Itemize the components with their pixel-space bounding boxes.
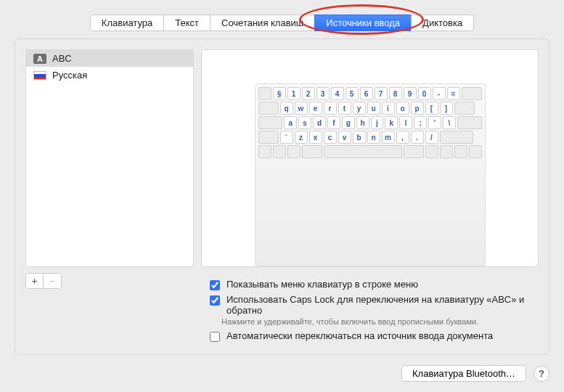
key: z — [295, 131, 308, 144]
ru-flag-icon — [33, 71, 46, 80]
key: 8 — [389, 87, 402, 100]
key: § — [273, 87, 286, 100]
tab-segment: Клавиатура Текст Сочетания клавиш Источн… — [90, 15, 474, 31]
help-button[interactable]: ? — [534, 366, 549, 382]
key: w — [295, 102, 308, 115]
options-group: Показывать меню клавиатур в строке меню … — [207, 279, 539, 344]
key: - — [433, 87, 446, 100]
key: b — [353, 131, 366, 144]
mini-keyboard: §1234567890-= qwertyuiop[] asdfghjkl;'\ … — [255, 83, 486, 266]
key: ` — [280, 131, 293, 144]
key: m — [382, 131, 395, 144]
key: = — [447, 87, 460, 100]
key: p — [411, 102, 424, 115]
key: u — [367, 102, 380, 115]
key: q — [280, 102, 293, 115]
source-item-abc[interactable]: A ABC — [26, 50, 193, 67]
option-auto-switch[interactable]: Автоматически переключаться на источник … — [207, 330, 539, 344]
key: g — [342, 116, 355, 129]
bottom-bar: Клавиатура Bluetooth… ? — [401, 365, 549, 382]
auto-switch-checkbox[interactable] — [210, 332, 220, 342]
key: k — [385, 116, 398, 129]
key: v — [338, 131, 351, 144]
tab-input-sources[interactable]: Источники ввода — [314, 15, 411, 31]
show-menu-label: Показывать меню клавиатур в строке меню — [226, 279, 418, 290]
auto-switch-label: Автоматически переключаться на источник … — [226, 330, 493, 341]
key: s — [298, 116, 311, 129]
key: . — [411, 131, 424, 144]
key: , — [396, 131, 409, 144]
key: \ — [443, 116, 456, 129]
key: e — [309, 102, 322, 115]
option-show-menu[interactable]: Показывать меню клавиатур в строке меню — [207, 279, 539, 293]
main-panel: A ABC Русская §1234567890-= qwertyuiop[]… — [15, 38, 549, 355]
input-source-list[interactable]: A ABC Русская — [25, 49, 194, 267]
key: o — [396, 102, 409, 115]
source-item-ru[interactable]: Русская — [26, 67, 193, 83]
source-label: Русская — [52, 70, 87, 81]
key: 4 — [331, 87, 344, 100]
key: c — [324, 131, 337, 144]
remove-source-button[interactable]: − — [44, 274, 61, 288]
key: d — [313, 116, 326, 129]
key: 0 — [418, 87, 431, 100]
key: a — [284, 116, 297, 129]
key: y — [353, 102, 366, 115]
option-caps-lock[interactable]: Использовать Caps Lock для переключения … — [207, 294, 539, 316]
key: h — [356, 116, 369, 129]
key: 6 — [360, 87, 373, 100]
keyboard-preview: §1234567890-= qwertyuiop[] asdfghjkl;'\ … — [201, 49, 539, 267]
key: 9 — [404, 87, 417, 100]
key: / — [425, 131, 438, 144]
bluetooth-keyboard-button[interactable]: Клавиатура Bluetooth… — [401, 365, 526, 382]
caps-lock-hint: Нажмите и удерживайте, чтобы включить вв… — [221, 317, 534, 326]
source-label: ABC — [52, 53, 72, 64]
key: i — [382, 102, 395, 115]
add-source-button[interactable]: + — [26, 274, 44, 288]
caps-lock-checkbox[interactable] — [210, 295, 220, 306]
show-menu-checkbox[interactable] — [210, 280, 220, 290]
tab-bar: Клавиатура Текст Сочетания клавиш Источн… — [0, 0, 564, 31]
key: 7 — [375, 87, 388, 100]
key: 5 — [346, 87, 359, 100]
tab-text[interactable]: Текст — [163, 15, 210, 31]
tab-dictation[interactable]: Диктовка — [411, 15, 474, 31]
add-remove-group: + − — [25, 273, 62, 289]
key: t — [338, 102, 351, 115]
key: 1 — [287, 87, 301, 100]
abc-icon: A — [33, 54, 46, 64]
caps-lock-label: Использовать Caps Lock для переключения … — [226, 294, 539, 316]
key: n — [367, 131, 380, 144]
key: ] — [440, 102, 453, 115]
key: 3 — [316, 87, 330, 100]
key: f — [327, 116, 340, 129]
key: l — [399, 116, 412, 129]
key: r — [324, 102, 337, 115]
key-blank — [454, 102, 475, 115]
key-blank — [462, 87, 482, 100]
key: j — [371, 116, 384, 129]
tab-keyboard[interactable]: Клавиатура — [90, 15, 163, 31]
key: ; — [414, 116, 427, 129]
key-blank — [457, 116, 482, 129]
key: [ — [425, 102, 438, 115]
tab-shortcuts[interactable]: Сочетания клавиш — [210, 15, 314, 31]
key: 2 — [302, 87, 315, 100]
key: x — [309, 131, 322, 144]
key-blank — [440, 131, 473, 144]
key: ' — [428, 116, 441, 129]
